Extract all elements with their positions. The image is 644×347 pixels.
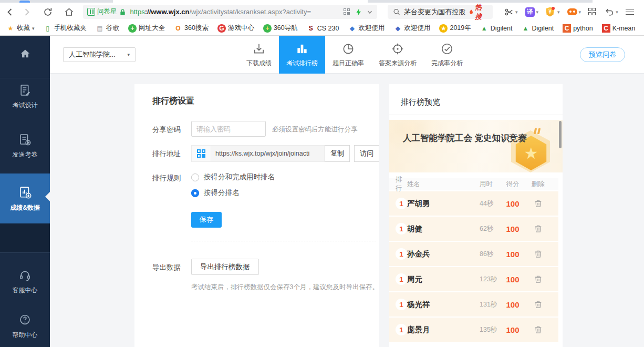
sidebar-section (0, 223, 50, 252)
bookmark-item[interactable]: ◆ 欢迎使用 ▾ (348, 24, 385, 33)
download-icon (252, 42, 266, 56)
bookmark-item[interactable]: + 360导航 ▾ (263, 24, 298, 33)
tab-completion-rate[interactable]: 完成率分析 (424, 36, 470, 74)
bookmark-item[interactable]: O 360搜索 ▾ (174, 24, 209, 33)
export-hint: 考试结束后，排行榜数据仅会保存3个月，建议您及时导出保存。 (191, 283, 379, 292)
bookmark-item[interactable]: ▲ Digilent ▾ (480, 24, 513, 33)
score-value: 100 (500, 325, 526, 334)
bookmark-label: 谷歌 (106, 24, 119, 33)
sidebar-item-scores-data[interactable]: 成绩&数据 (0, 174, 50, 223)
rule-option-score-time[interactable]: 按得分和完成用时排名 (191, 172, 275, 182)
delete-button[interactable] (534, 250, 542, 258)
refresh-button[interactable] (41, 5, 55, 19)
home-button[interactable] (62, 5, 76, 19)
bookmark-item[interactable]: ▤ 谷歌 ▾ (96, 24, 119, 33)
sidebar-divider (0, 252, 50, 253)
save-button[interactable]: 保存 (191, 212, 222, 228)
wallet-shield-icon[interactable]: ¥ ▾ (546, 7, 560, 17)
score-value: 100 (500, 250, 526, 259)
url-bar[interactable]: 问卷星 https://www.wjx.cn/wjx/activitystat/… (83, 5, 377, 19)
bookmark-item[interactable]: S CS 230 ▾ (307, 24, 339, 33)
sidebar-item-exam-design[interactable]: 考试设计 (0, 83, 50, 110)
ranking-bars-icon (295, 42, 309, 56)
trash-icon (534, 275, 542, 283)
bookmark-item[interactable]: ▲ Digilent ▾ (521, 24, 554, 33)
radio-unchecked-icon[interactable] (191, 174, 199, 181)
lightning-icon[interactable] (355, 8, 362, 16)
bookmark-item[interactable]: C python ▾ (563, 24, 593, 33)
target-icon (391, 42, 404, 56)
bookmark-label: 游戏中心 (228, 24, 254, 33)
site-identity[interactable]: 问卷星 (87, 7, 126, 16)
ranking-preview-card: 排行榜预览 ★ 人工智能学院工会 党史知识竞赛 排行 姓名 用时 得分 删除 (389, 84, 563, 347)
delete-button[interactable] (534, 300, 542, 309)
sidebar-item-home[interactable] (0, 47, 50, 61)
ranking-table-row: 1 周元 123秒 100 (389, 267, 558, 291)
delete-button[interactable] (534, 325, 542, 334)
search-box[interactable]: 茅台变更为国有控股 热搜 (388, 5, 493, 19)
settings-title: 排行榜设置 (152, 96, 194, 107)
delete-button[interactable] (534, 275, 542, 283)
bookmark-item[interactable]: + 网址大全 ▾ (128, 24, 165, 33)
back-button[interactable] (3, 5, 17, 19)
bookmark-favicon: ▲ (480, 24, 489, 33)
chevron-down-icon[interactable] (367, 9, 373, 15)
apps-grid-icon[interactable] (588, 8, 597, 16)
tab-answer-source[interactable]: 答案来源分析 (371, 36, 424, 74)
bookmark-item[interactable]: ★ 收藏 ▾ (6, 24, 35, 33)
ranking-settings-card: 排行榜设置 分享密码 必须设置密码后方能进行分享 排行地址 https://ks… (134, 84, 379, 347)
tab-exam-ranking[interactable]: 考试排行榜 (279, 36, 325, 74)
trash-icon (534, 325, 542, 334)
scrollbar-thumb[interactable] (559, 121, 562, 148)
ranking-url-value[interactable]: https://ks.wjx.top/wjx/join/joinacti (211, 145, 325, 162)
participant-name: 庞景月 (407, 325, 474, 335)
bookmark-favicon: ★ (439, 24, 448, 33)
radio-checked-icon[interactable] (191, 189, 199, 197)
forward-button[interactable] (20, 5, 34, 19)
visit-button[interactable]: 访问 (354, 145, 379, 162)
delete-button[interactable] (534, 224, 542, 233)
bookmark-item[interactable]: C K-mean ▾ (602, 24, 636, 33)
hot-search[interactable]: 热搜 (469, 3, 487, 22)
bookmark-item[interactable]: ▯ 手机收藏夹 ▾ (44, 24, 87, 33)
screen: 问卷星 https://www.wjx.cn/wjx/activitystat/… (0, 0, 644, 347)
bookmark-item[interactable]: ◆ 欢迎使用 ▾ (393, 24, 430, 33)
title-divider (389, 115, 563, 115)
score-value: 100 (500, 199, 526, 208)
tab-question-accuracy[interactable]: 题目正确率 (325, 36, 371, 74)
bookmark-item[interactable]: G 游戏中心 ▾ (217, 24, 254, 33)
sidebar-item-help-center[interactable]: 帮助中心 (0, 313, 50, 340)
delete-button[interactable] (534, 199, 542, 208)
active-item-notch (45, 192, 50, 201)
preview-survey-button[interactable]: 预览问卷 (580, 47, 625, 62)
game-center-icon[interactable]: ▾ (567, 8, 581, 15)
ranking-table-row: 1 杨光祥 131秒 100 (389, 292, 558, 317)
score-value: 100 (500, 300, 526, 309)
rank-badge: 1 (396, 324, 407, 335)
bookmark-favicon: + (263, 24, 272, 33)
ranking-table-row: 1 胡健 62秒 100 (389, 217, 558, 241)
screenshot-scissors-icon[interactable]: ▾ (504, 7, 518, 17)
bookmark-item[interactable]: ★ 2019年 ▾ (439, 24, 471, 33)
header-name: 姓名 (407, 180, 474, 189)
tab-download-scores[interactable]: 下载成绩 (239, 36, 279, 74)
copy-button[interactable]: 复制 (325, 145, 350, 162)
home-icon (18, 47, 32, 61)
notification-dot (552, 7, 555, 10)
qr-code-button[interactable] (191, 145, 211, 162)
ranking-table: 1 严胡勇 44秒 100 (389, 191, 558, 343)
menu-icon[interactable] (626, 9, 634, 15)
translate-icon[interactable]: 译 ▾ (525, 7, 539, 17)
sidebar-item-send-exam[interactable]: 发送考卷 (0, 132, 50, 159)
qr-code-icon[interactable] (344, 8, 350, 15)
ranking-table-row: 1 庞景月 135秒 100 (389, 318, 558, 342)
undo-icon[interactable]: ▾ (604, 7, 618, 17)
score-value: 100 (500, 275, 526, 284)
rule-option-score-only[interactable]: 按得分排名 (191, 188, 240, 198)
bookmark-favicon: C (602, 24, 610, 33)
sidebar-item-customer-service[interactable]: 客服中心 (0, 268, 50, 295)
survey-select-dropdown[interactable]: 人工智能学院... ▾ (63, 47, 136, 62)
password-input[interactable] (191, 121, 266, 137)
export-ranking-button[interactable]: 导出排行榜数据 (191, 259, 259, 275)
bookmark-label: 欢迎使用 (358, 24, 385, 33)
